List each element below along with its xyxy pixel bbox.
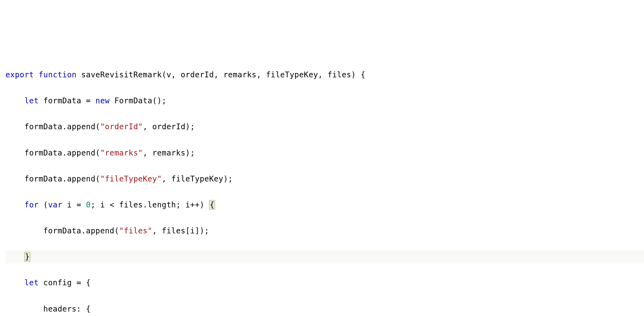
keyword-let: let [24,278,38,287]
text: , fileTypeKey); [162,174,233,183]
method-call: formData.append( [24,148,100,157]
string-literal: "files" [119,226,153,235]
code-line-2[interactable]: let formData = new FormData(); [5,94,644,107]
brace-close-match: } [24,252,30,262]
property: headers: { [43,304,91,313]
identifier: formData [43,96,81,105]
method-call: formData.append( [24,174,100,183]
keyword-export: export [5,70,34,79]
keyword-var: var [48,200,62,209]
text: , files[i]); [152,226,209,235]
code-line-6[interactable]: for (var i = 0; i < files.length; i++) { [5,198,644,212]
text: config = { [39,278,91,287]
code-line-3[interactable]: formData.append("orderId", orderId); [5,120,644,133]
code-line-8-current[interactable]: } [5,250,644,263]
text: ; i < files.length; i++) [91,200,209,209]
keyword-new: new [96,96,110,105]
code-line-10[interactable]: headers: { [5,303,644,316]
string-literal: "remarks" [100,148,143,157]
text: i = [62,200,86,209]
code-line-7[interactable]: formData.append("files", files[i]); [5,224,644,237]
text: , orderId); [143,122,195,131]
function-name: saveRevisitRemark [81,70,162,79]
brace-open-match: { [209,200,215,210]
method-call: formData.append( [43,226,119,235]
number-literal: 0 [86,200,91,209]
keyword-function: function [39,70,77,79]
text: = [81,96,96,105]
code-editor[interactable]: export function saveRevisitRemark(v, ord… [5,55,644,317]
text: ( [39,200,48,209]
code-line-9[interactable]: let config = { [5,276,644,289]
keyword-let: let [24,96,38,105]
text: , remarks); [143,148,195,157]
method-call: formData.append( [24,122,100,131]
string-literal: "fileTypeKey" [100,174,162,183]
constructor-call: FormData(); [110,96,166,105]
code-line-1[interactable]: export function saveRevisitRemark(v, ord… [5,68,644,81]
keyword-for: for [24,200,38,209]
params: (v, orderId, remarks, fileTypeKey, files… [162,70,365,79]
code-line-4[interactable]: formData.append("remarks", remarks); [5,146,644,160]
code-line-5[interactable]: formData.append("fileTypeKey", fileTypeK… [5,172,644,186]
string-literal: "orderId" [100,122,143,131]
